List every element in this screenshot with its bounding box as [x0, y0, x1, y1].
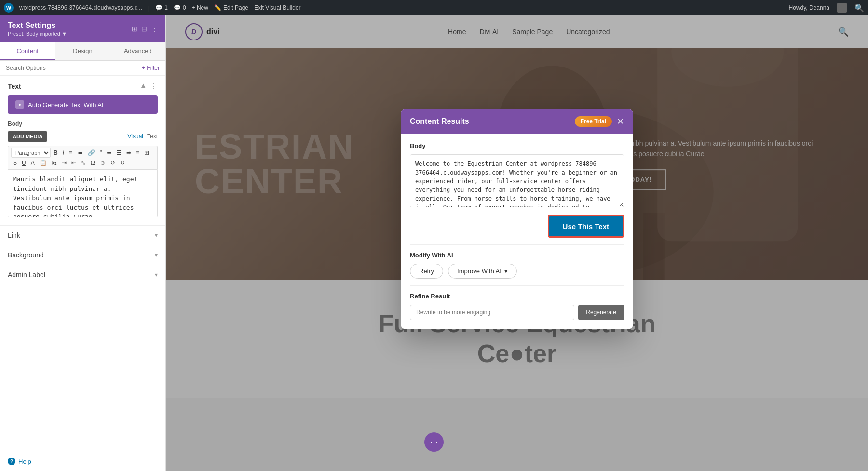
- edit-icon: ✏️: [214, 4, 221, 11]
- body-textarea[interactable]: Mauris blandit aliquet elit, eget tincid…: [8, 169, 158, 217]
- refine-label: Refine Result: [410, 293, 624, 300]
- modal-body-label: Body: [410, 142, 624, 149]
- admin-label-title: Admin Label: [8, 271, 45, 279]
- section-more-icon[interactable]: ⋮: [150, 81, 158, 91]
- text-view-toggle[interactable]: Text: [147, 133, 158, 140]
- special-char-icon[interactable]: Ω: [89, 159, 97, 167]
- background-chevron-icon: ▾: [155, 252, 158, 258]
- ai-icon: ✦: [15, 100, 24, 109]
- refine-result-section: Refine Result Regenerate: [410, 285, 624, 320]
- subscript-icon[interactable]: x₂: [50, 159, 59, 167]
- ai-generate-label: Auto Generate Text With AI: [28, 101, 104, 108]
- improve-label: Improve With AI: [457, 268, 502, 275]
- divi-dots-icon[interactable]: ⋯: [424, 432, 444, 452]
- spam-bar-item[interactable]: 💬 0: [174, 4, 186, 11]
- link-icon[interactable]: 🔗: [86, 148, 97, 157]
- ordered-list-icon[interactable]: ≔: [75, 148, 85, 157]
- help-icon: ?: [8, 458, 15, 465]
- panel-title: Text Settings: [8, 21, 67, 30]
- text-color-icon[interactable]: A: [29, 159, 37, 167]
- body-label: Body: [8, 121, 158, 127]
- table-icon[interactable]: ⊞: [142, 148, 151, 157]
- admin-label-section[interactable]: Admin Label ▾: [0, 265, 165, 284]
- retry-button[interactable]: Retry: [410, 264, 443, 279]
- align-center-icon[interactable]: ☰: [114, 148, 123, 157]
- underline-icon[interactable]: U: [20, 159, 28, 167]
- comment-icon: 💬: [155, 4, 163, 11]
- outdent-icon[interactable]: ⇤: [69, 159, 78, 167]
- modify-with-ai-section: Modify With AI Retry Improve With AI ▾: [410, 244, 624, 279]
- bold-icon[interactable]: B: [52, 148, 60, 157]
- link-title: Link: [8, 231, 20, 239]
- strikethrough-icon[interactable]: S: [11, 159, 19, 167]
- site-url-text: wordpress-784896-3766464.cloudwaysapps.c…: [19, 4, 142, 11]
- wp-logo-icon[interactable]: W: [4, 3, 14, 13]
- new-content-bar-item[interactable]: + New: [192, 4, 208, 11]
- text-section: Text ▲ ⋮ ✦ Auto Generate Text With AI Bo…: [0, 76, 165, 225]
- result-textarea[interactable]: Welcome to the Equestrian Center at word…: [410, 154, 624, 207]
- text-settings-panel: Text Settings Preset: Body imported ▼ ⊞ …: [0, 15, 166, 471]
- align-left-icon[interactable]: ⬅: [105, 148, 113, 157]
- free-trial-badge[interactable]: Free Trial: [575, 116, 612, 127]
- emoji-icon[interactable]: ☺: [98, 159, 108, 167]
- tab-design[interactable]: Design: [55, 42, 110, 60]
- howdy-label: Howdy, Deanna: [789, 4, 830, 11]
- comments-count: 1: [164, 4, 168, 11]
- section-header: Text ▲ ⋮: [8, 81, 158, 91]
- site-url-bar-item[interactable]: wordpress-784896-3766464.cloudwaysapps.c…: [19, 4, 142, 11]
- background-title: Background: [8, 251, 44, 259]
- wp-admin-bar: W wordpress-784896-3766464.cloudwaysapps…: [0, 0, 868, 15]
- section-title: Text: [8, 82, 21, 90]
- unordered-list-icon[interactable]: ≡: [67, 148, 74, 157]
- columns-icon[interactable]: ⊟: [141, 25, 147, 33]
- modal-close-icon[interactable]: ✕: [617, 116, 624, 127]
- align-right-icon[interactable]: ➡: [124, 148, 133, 157]
- search-options-bar: + Filter: [0, 61, 165, 76]
- comments-bar-item[interactable]: 💬 1: [155, 4, 168, 11]
- visual-view-toggle[interactable]: Visual: [128, 133, 143, 140]
- edit-page-label: Edit Page: [223, 4, 248, 11]
- more-icon[interactable]: ⋮: [151, 25, 158, 33]
- panel-tabs: Content Design Advanced: [0, 42, 165, 61]
- panel-header-icons: ⊞ ⊟ ⋮: [132, 25, 158, 33]
- add-media-button[interactable]: ADD MEDIA: [8, 131, 47, 142]
- regenerate-button[interactable]: Regenerate: [578, 305, 624, 320]
- edit-page-bar-item[interactable]: ✏️ Edit Page: [214, 4, 248, 11]
- spam-icon: 💬: [174, 4, 181, 11]
- format-select[interactable]: Paragraph: [11, 148, 51, 158]
- search-options-input[interactable]: [6, 65, 138, 71]
- copy-icon[interactable]: ⊞: [132, 25, 137, 33]
- section-chevron-up[interactable]: ▲: [139, 81, 147, 91]
- tab-content[interactable]: Content: [0, 42, 55, 60]
- admin-label-chevron-icon: ▾: [155, 271, 158, 278]
- refine-input[interactable]: [410, 305, 574, 320]
- search-icon[interactable]: 🔍: [854, 3, 864, 13]
- improve-with-ai-button[interactable]: Improve With AI ▾: [448, 264, 517, 279]
- ai-generate-button[interactable]: ✦ Auto Generate Text With AI: [8, 95, 158, 114]
- paste-icon[interactable]: 📋: [38, 159, 49, 167]
- modify-label: Modify With AI: [410, 252, 624, 259]
- exit-builder-bar-item[interactable]: Exit Visual Builder: [254, 4, 301, 11]
- link-section[interactable]: Link ▾: [0, 225, 165, 245]
- richtext-toolbar: Paragraph B I ≡ ≔ 🔗 " ⬅ ☰ ➡ ≡ ⊞ S U A 📋 …: [8, 146, 158, 169]
- help-section[interactable]: ? Help: [0, 452, 165, 471]
- modal-overlay: Content Results Free Trial ✕ Body Welcom…: [166, 15, 868, 471]
- filter-button[interactable]: + Filter: [142, 65, 160, 71]
- indent-icon[interactable]: ⇥: [60, 159, 68, 167]
- use-this-text-button[interactable]: Use This Text: [548, 215, 624, 238]
- tab-advanced[interactable]: Advanced: [110, 42, 165, 60]
- panel-preset[interactable]: Preset: Body imported ▼: [8, 31, 67, 37]
- background-section[interactable]: Background ▾: [0, 245, 165, 265]
- redo-richtext-icon[interactable]: ↻: [118, 159, 127, 167]
- expand-icon[interactable]: ⤡: [79, 159, 88, 167]
- help-label: Help: [18, 458, 31, 465]
- modal-header: Content Results Free Trial ✕: [401, 109, 633, 134]
- modal-body: Body Welcome to the Equestrian Center at…: [401, 134, 633, 329]
- blockquote-icon[interactable]: ": [98, 148, 104, 157]
- italic-icon[interactable]: I: [61, 148, 66, 157]
- user-avatar: [837, 3, 847, 13]
- content-results-modal: Content Results Free Trial ✕ Body Welcom…: [401, 109, 633, 329]
- undo-richtext-icon[interactable]: ↺: [108, 159, 117, 167]
- link-chevron-icon: ▾: [155, 232, 158, 239]
- justify-icon[interactable]: ≡: [134, 148, 141, 157]
